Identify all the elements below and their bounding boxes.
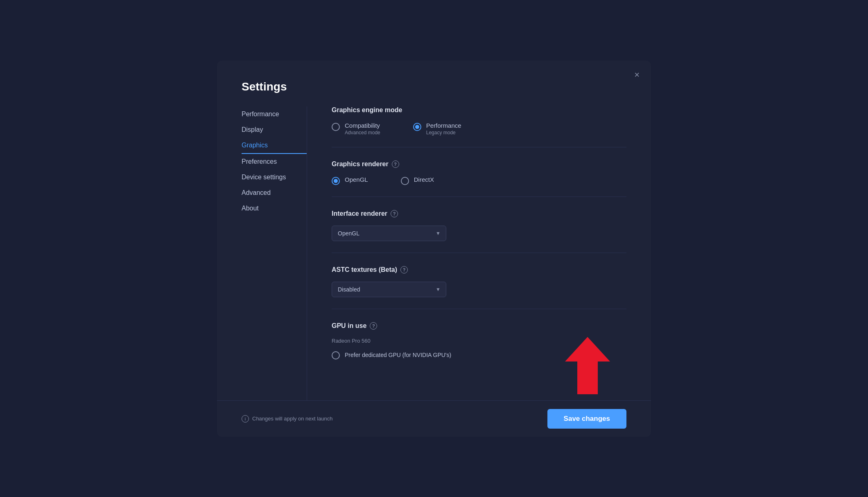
engine-mode-title: Graphics engine mode [332,106,626,114]
save-changes-button[interactable]: Save changes [547,409,626,429]
engine-compatibility-label: Compatibility [345,122,380,129]
renderer-opengl-label: OpenGL [345,176,368,183]
engine-performance-radio[interactable] [413,123,421,131]
modal-title: Settings [217,80,651,106]
engine-mode-section: Graphics engine mode Compatibility Advan… [332,106,626,147]
renderer-opengl-option[interactable]: OpenGL [332,176,368,185]
renderer-directx-option[interactable]: DirectX [401,176,434,185]
astc-textures-title: ASTC textures (Beta) ? [332,266,626,273]
interface-renderer-dropdown[interactable]: OpenGL DirectX Metal [332,226,446,241]
gpu-name: Radeon Pro 560 [332,338,626,344]
prefer-dedicated-gpu-label: Prefer dedicated GPU (for NVIDIA GPU's) [345,352,451,358]
footer-note: i Changes will apply on next launch [242,415,333,422]
astc-textures-section: ASTC textures (Beta) ? Disabled Enabled … [332,266,626,309]
renderer-directx-label: DirectX [414,176,434,183]
settings-modal: × Settings Performance Display Graphics … [217,61,651,437]
interface-renderer-help-icon[interactable]: ? [391,210,398,217]
astc-textures-dropdown-wrapper: Disabled Enabled ▼ [332,282,446,297]
sidebar-item-preferences[interactable]: Preferences [242,154,307,169]
gpu-section: GPU in use ? Radeon Pro 560 Prefer dedic… [332,322,626,371]
engine-compatibility-option[interactable]: Compatibility Advanced mode [332,122,380,136]
engine-performance-option[interactable]: Performance Legacy mode [413,122,461,136]
renderer-radio-group: OpenGL DirectX [332,176,626,185]
astc-textures-help-icon[interactable]: ? [400,266,408,273]
sidebar-item-advanced[interactable]: Advanced [242,185,307,201]
modal-body: Performance Display Graphics Preferences… [217,106,651,400]
astc-textures-dropdown[interactable]: Disabled Enabled [332,282,446,297]
sidebar-item-performance[interactable]: Performance [242,106,307,122]
gpu-title: GPU in use ? [332,322,626,330]
sidebar-item-device-settings[interactable]: Device settings [242,169,307,185]
footer-note-text: Changes will apply on next launch [252,416,333,422]
engine-performance-label: Performance [426,122,461,129]
engine-compatibility-radio[interactable] [332,123,340,131]
sidebar-item-about[interactable]: About [242,201,307,216]
main-content: Graphics engine mode Compatibility Advan… [307,106,651,400]
engine-compatibility-sub: Advanced mode [345,130,380,136]
info-icon: i [242,415,249,422]
renderer-directx-radio[interactable] [401,177,409,185]
interface-renderer-title: Interface renderer ? [332,210,626,217]
sidebar: Performance Display Graphics Preferences… [217,106,307,400]
renderer-section: Graphics renderer ? OpenGL DirectX [332,160,626,197]
engine-performance-sub: Legacy mode [426,130,461,136]
sidebar-item-display[interactable]: Display [242,122,307,138]
interface-renderer-section: Interface renderer ? OpenGL DirectX Meta… [332,210,626,253]
prefer-dedicated-gpu-radio[interactable] [332,351,340,359]
gpu-help-icon[interactable]: ? [370,322,377,330]
renderer-title: Graphics renderer ? [332,160,626,168]
prefer-dedicated-gpu-option[interactable]: Prefer dedicated GPU (for NVIDIA GPU's) [332,350,626,359]
renderer-opengl-radio[interactable] [332,177,340,185]
close-button[interactable]: × [634,70,640,79]
renderer-help-icon[interactable]: ? [392,160,399,168]
sidebar-item-graphics[interactable]: Graphics [242,138,307,154]
footer-bar: i Changes will apply on next launch Save… [217,400,651,437]
engine-mode-radio-group: Compatibility Advanced mode Performance … [332,122,626,136]
interface-renderer-dropdown-wrapper: OpenGL DirectX Metal ▼ [332,226,446,241]
